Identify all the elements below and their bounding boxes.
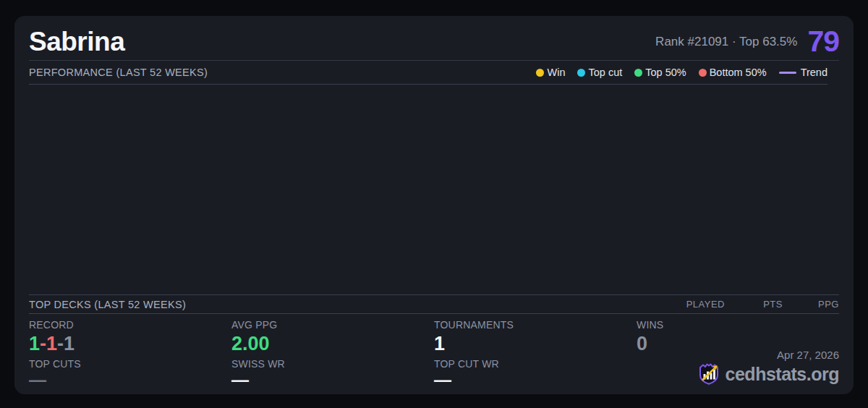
swiss-wr-value: —	[231, 372, 434, 388]
column-header-ppg: PPG	[783, 299, 839, 310]
legend-item-win: Win	[536, 67, 565, 78]
rank-group: Rank #21091 · Top 63.5% 79	[655, 25, 839, 59]
top-decks-heading: TOP DECKS (LAST 52 WEEKS)	[29, 299, 186, 310]
card-header: Sabrina Rank #21091 · Top 63.5% 79	[29, 16, 839, 61]
date-text: Apr 27, 2026	[697, 349, 839, 361]
performance-heading: PERFORMANCE (LAST 52 WEEKS)	[29, 67, 208, 78]
bottom50-dot-icon	[699, 69, 707, 77]
avg-ppg-label: AVG PPG	[231, 319, 434, 331]
tournaments-value: 1	[434, 333, 637, 354]
top-cuts-value: —	[29, 372, 231, 388]
performance-chart-area	[14, 85, 854, 294]
score-value: 79	[807, 25, 839, 59]
brand-link[interactable]: cedhstats.org	[697, 362, 839, 386]
top-cut-wr-value: —	[434, 372, 637, 388]
column-header-played: PLAYED	[667, 299, 725, 310]
brand-text: cedhstats.org	[726, 364, 839, 385]
cedhstats-logo-icon	[697, 362, 720, 386]
legend-item-topcut: Top cut	[577, 67, 622, 78]
legend-item-trend: Trend	[779, 67, 827, 78]
tournaments-label: TOURNAMENTS	[434, 319, 637, 331]
chart-legend: Win Top cut Top 50% Bottom 50% Trend	[536, 67, 827, 78]
performance-header: PERFORMANCE (LAST 52 WEEKS) Win Top cut …	[29, 61, 827, 85]
wins-label: WINS	[637, 319, 839, 331]
legend-item-bottom50: Bottom 50%	[699, 67, 767, 78]
win-dot-icon	[536, 69, 544, 77]
swiss-wr-label: SWISS WR	[231, 358, 434, 370]
top50-dot-icon	[634, 69, 642, 77]
page-title: Sabrina	[29, 27, 124, 57]
record-value: 1-1-1	[29, 333, 231, 354]
stat-record-column: RECORD 1-1-1 TOP CUTS —	[29, 319, 231, 388]
top-decks-header: TOP DECKS (LAST 52 WEEKS) PLAYED PTS PPG	[29, 294, 839, 314]
card-footer: Apr 27, 2026 cedhstats.org	[697, 349, 839, 386]
top-decks-columns: PLAYED PTS PPG	[667, 299, 839, 310]
top-cut-wr-label: TOP CUT WR	[434, 358, 637, 370]
player-stats-card: Sabrina Rank #21091 · Top 63.5% 79 PERFO…	[14, 16, 854, 394]
stat-avg-ppg-column: AVG PPG 2.00 SWISS WR —	[231, 319, 434, 388]
legend-item-top50: Top 50%	[634, 67, 686, 78]
top-cuts-label: TOP CUTS	[29, 358, 231, 370]
stat-tournaments-column: TOURNAMENTS 1 TOP CUT WR —	[434, 319, 637, 388]
column-header-pts: PTS	[725, 299, 783, 310]
topcut-dot-icon	[577, 69, 585, 77]
rank-text: Rank #21091 · Top 63.5%	[655, 35, 797, 49]
trend-line-icon	[779, 72, 796, 74]
avg-ppg-value: 2.00	[231, 333, 434, 354]
record-label: RECORD	[29, 319, 231, 331]
